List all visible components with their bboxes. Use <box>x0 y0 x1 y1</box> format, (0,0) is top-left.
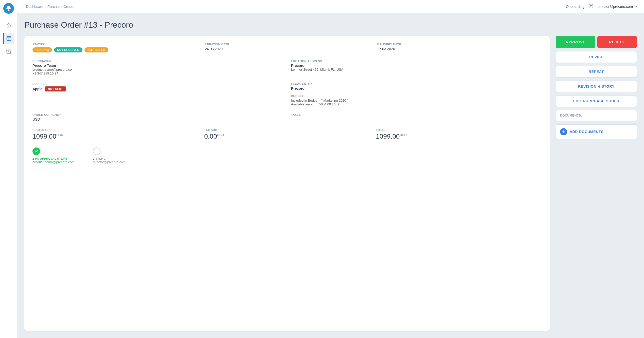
step-1-name: PO APPROVAL STEP 1 <box>35 157 67 160</box>
order-currency-section: ORDER CURRENCY USD <box>32 113 283 121</box>
total-value: 1099.00USD <box>376 133 541 140</box>
supplier-label: SUPPLIER <box>32 82 283 85</box>
po-card: STATUS PENDING NOT RECEIVED NOT BILLED C… <box>24 36 550 331</box>
svg-rect-0 <box>7 36 11 41</box>
budget-line2: Available amount : 5604.00 USD <box>291 102 541 106</box>
delivery-date-section: DELIVERY DATE 27.03.2020 <box>377 43 541 52</box>
total-label: TOTAL <box>376 128 541 132</box>
chevron-down-icon <box>634 5 638 8</box>
location-address: Lorimer Street 452, Miami, FL, USA <box>291 68 541 71</box>
sidebar-item-archive[interactable] <box>3 46 14 57</box>
badge-not-received: NOT RECEIVED <box>54 47 82 52</box>
step-1-email: product-demo@precoro.com <box>32 160 75 164</box>
subtotal-label: SUBTOTAL USD <box>32 128 198 132</box>
add-documents-button[interactable]: + ADD DOCUMENTS <box>556 124 637 139</box>
page-content: Purchase Order #13 - Precoro STATUS PEND… <box>17 13 644 338</box>
step-2-indicator <box>93 147 100 155</box>
approval-steps: 1 PO APPROVAL STEP 1 product-demo@precor… <box>32 147 541 164</box>
badge-not-sent: NOT SENT <box>45 86 66 91</box>
badge-pending: PENDING <box>32 47 52 52</box>
budget-section: BUDGET Included in Budget - " Marketing … <box>291 95 541 106</box>
approve-button[interactable]: APPROVE <box>556 36 595 48</box>
user-email: director@precoro.com <box>598 5 633 9</box>
header-right: Onboarding director@precoro.com <box>566 4 638 10</box>
content-body: STATUS PENDING NOT RECEIVED NOT BILLED C… <box>24 36 637 331</box>
order-currency-value: USD <box>32 117 283 121</box>
sidebar <box>0 0 17 338</box>
step-1-label: 1 PO APPROVAL STEP 1 <box>32 157 67 160</box>
home-icon <box>6 23 11 28</box>
breadcrumb-sep-1: ‹ <box>45 5 46 8</box>
subtotal-value: 1099.00USD <box>32 133 198 140</box>
purchaser-label: PURCHASER <box>32 60 283 63</box>
app-logo <box>3 3 14 14</box>
delivery-date-label: DELIVERY DATE <box>377 43 541 46</box>
right-panel: APPROVE REJECT REVISE REPEAT REVISION HI… <box>556 36 637 331</box>
supplier-name: Apple <box>32 87 42 91</box>
documents-section: DOCUMENTS: <box>556 110 637 121</box>
total-block: TOTAL 1099.00USD <box>376 128 541 140</box>
approve-reject-row: APPROVE REJECT <box>556 36 637 48</box>
sidebar-item-orders[interactable] <box>3 33 14 44</box>
step-1-circle <box>32 147 40 155</box>
approval-step-2: 2 STEP 2 director@precoro.com <box>93 147 126 164</box>
step-2-email: director@precoro.com <box>93 160 126 164</box>
status-section: STATUS PENDING NOT RECEIVED NOT BILLED <box>32 43 197 52</box>
supplier-row: Apple NOT SENT <box>32 86 283 91</box>
purchaser-email: product-demo@precoro.com <box>32 68 283 71</box>
status-badges: PENDING NOT RECEIVED NOT BILLED <box>32 47 197 52</box>
taxes-section: TAXES <box>291 113 541 121</box>
edit-po-button[interactable]: EDIT PURCHASE ORDER <box>556 95 637 107</box>
tax-sum-block: TAX SUM 0.00USD <box>204 128 370 140</box>
onboarding-label: Onboarding <box>566 5 584 9</box>
tax-sum-label: TAX SUM <box>204 128 370 132</box>
legal-entity-label: LEGAL ENTITY <box>291 82 541 85</box>
revise-button[interactable]: REVISE <box>556 51 637 63</box>
add-documents-label: ADD DOCUMENTS <box>570 130 604 134</box>
add-icon: + <box>560 128 567 135</box>
delivery-date-value: 27.03.2020 <box>377 47 541 51</box>
header: ‹ Dashboard ‹ Purchase Orders Onboarding… <box>17 0 644 13</box>
orders-icon <box>6 36 12 41</box>
page-title: Purchase Order #13 - Precoro <box>24 20 637 30</box>
purchaser-name: Precoro Team <box>32 64 283 68</box>
budget-line1: Included in Budget - " Marketing 2020 " <box>291 99 541 102</box>
documents-header: DOCUMENTS: <box>556 110 637 121</box>
sidebar-item-home[interactable] <box>3 20 14 31</box>
step-1-indicator <box>32 147 91 155</box>
archive-icon <box>6 49 11 54</box>
legal-entity-and-budget: LEGAL ENTITY Precoro BUDGET Included in … <box>291 82 541 106</box>
step-line-1 <box>40 153 91 153</box>
svg-rect-1 <box>6 50 11 51</box>
approval-step-1: 1 PO APPROVAL STEP 1 product-demo@precor… <box>32 147 91 164</box>
subtotal-block: SUBTOTAL USD 1099.00USD <box>32 128 198 140</box>
step-2-circle <box>93 147 100 155</box>
location-section: LOCATION/ADDRESS Precoro Lorimer Street … <box>291 60 541 75</box>
breadcrumb-dashboard[interactable]: Dashboard <box>26 5 43 9</box>
breadcrumb-purchase-orders[interactable]: Purchase Orders <box>47 5 74 9</box>
user-menu[interactable]: director@precoro.com <box>598 5 638 9</box>
amounts-grid: SUBTOTAL USD 1099.00USD TAX SUM 0.00USD … <box>32 128 541 140</box>
location-company: Precoro <box>291 64 541 68</box>
tax-sum-value: 0.00USD <box>204 133 370 140</box>
legal-entity-name: Precoro <box>291 86 541 90</box>
logo-icon <box>6 5 12 11</box>
supplier-section: SUPPLIER Apple NOT SENT <box>32 82 283 106</box>
creation-date-section: CREATION DATE 24.03.2020 <box>205 43 369 52</box>
checkmark-icon <box>34 149 38 153</box>
breadcrumb: ‹ Dashboard ‹ Purchase Orders <box>23 5 74 9</box>
status-label: STATUS <box>32 43 197 46</box>
legal-entity-section: LEGAL ENTITY Precoro <box>291 82 541 90</box>
purchaser-phone: +1 347 389 15 24 <box>32 71 283 75</box>
reject-button[interactable]: REJECT <box>597 36 637 48</box>
revision-history-button[interactable]: REVISION HISTORY <box>556 81 637 92</box>
creation-date-value: 24.03.2020 <box>205 47 369 51</box>
order-currency-label: ORDER CURRENCY <box>32 113 283 116</box>
notifications-icon[interactable] <box>588 4 594 10</box>
location-label: LOCATION/ADDRESS <box>291 60 541 63</box>
breadcrumb-chevron-left: ‹ <box>23 5 24 8</box>
repeat-button[interactable]: REPEAT <box>556 66 637 78</box>
badge-not-billed: NOT BILLED <box>84 47 108 52</box>
step-2-name: STEP 2 <box>95 157 106 160</box>
taxes-label: TAXES <box>291 113 541 116</box>
